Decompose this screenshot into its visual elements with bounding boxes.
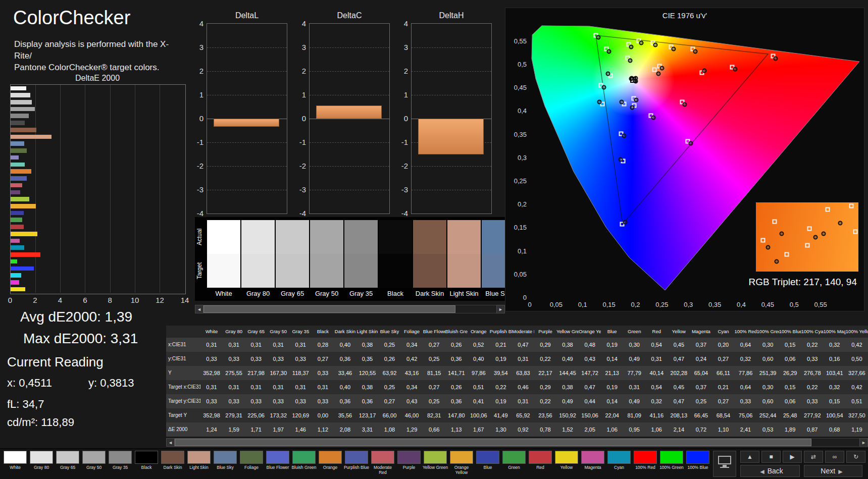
toolbar-patch-100-red[interactable]: 100% Red: [632, 449, 658, 478]
toolbar-patch-100-blue[interactable]: 100% Blue: [685, 449, 711, 478]
table-cell: 150,06: [579, 408, 601, 422]
cie-y-tick-label: 0,4: [509, 107, 527, 115]
refresh-button[interactable]: ↻: [846, 451, 865, 463]
play-button[interactable]: ▶: [783, 451, 802, 463]
cie-measured-marker: [688, 141, 693, 146]
table-cell: 0,16: [824, 352, 846, 366]
table-cell: 0,27: [379, 394, 401, 408]
axis-tick-label: 0: [396, 114, 408, 123]
next-button[interactable]: Next▶: [804, 465, 862, 477]
toolbar-patch-foliage[interactable]: Foliage: [238, 449, 265, 478]
current-fl-value: fL: 34,7: [7, 398, 44, 411]
toolbar-patch-magenta[interactable]: Magenta: [580, 449, 606, 478]
table-cell: 1,12: [312, 422, 334, 437]
table-cell: 0,48: [579, 338, 601, 352]
table-cell: 0,33: [267, 352, 289, 366]
toolbar-patch-blue[interactable]: Blue: [475, 449, 501, 478]
table-cell: 150,92: [556, 408, 579, 422]
patch-label: Orange: [317, 465, 343, 475]
toolbar-patch-gray-50[interactable]: Gray 50: [81, 449, 107, 478]
deltae-bar-100-yellow: [11, 287, 25, 292]
deltae-bar-red: [11, 225, 24, 229]
table-cell: 1,06: [601, 422, 623, 437]
loop-button[interactable]: ∞: [825, 451, 844, 463]
patch-label: Cyan: [606, 465, 632, 475]
toolbar-patch-gray-80[interactable]: Gray 80: [28, 449, 55, 478]
grid-line: [207, 47, 287, 48]
color-chip: [319, 451, 342, 464]
swatch-actual-light-skin: [447, 220, 481, 254]
table-cell: 1,46: [289, 422, 312, 437]
grid-line: [207, 142, 287, 143]
table-column-header: Moderate Red: [512, 326, 534, 338]
table-cell: 1,19: [846, 422, 868, 437]
patch-label: Yellow Green: [422, 465, 448, 475]
table-cell: 144,45: [556, 366, 579, 380]
back-button[interactable]: ◀Back: [740, 465, 800, 477]
toolbar-patch-yellow[interactable]: Yellow: [553, 449, 580, 478]
color-chip: [371, 451, 394, 464]
toolbar-patch-purple[interactable]: Purple: [396, 449, 422, 478]
toolbar-patch-yellow-green[interactable]: Yellow Green: [422, 449, 448, 478]
cie-x-tick-label: 0,25: [654, 301, 670, 308]
axis-tick-label: 14: [179, 296, 191, 304]
table-cell: 39,54: [490, 366, 512, 380]
table-cell: 0,19: [601, 380, 623, 394]
toolbar-patch-red[interactable]: Red: [527, 449, 553, 478]
table-scroll-left-button[interactable]: ◄: [166, 438, 175, 447]
toolbar-patch-bluish-green[interactable]: Bluish Green: [291, 449, 317, 478]
deltae-bar-gray-65: [11, 100, 32, 104]
deltae-bar-moderate-red: [11, 183, 22, 188]
patch-label: Moderate Red: [370, 465, 396, 475]
table-cell: 0,49: [556, 394, 579, 408]
toolbar-patch-orange[interactable]: Orange: [317, 449, 343, 478]
table-cell: 100,06: [468, 408, 490, 422]
table-cell: 0,31: [312, 380, 334, 394]
axis-tick-label: -4: [396, 209, 408, 218]
toolbar-patch-orange-yellow[interactable]: Orange Yellow: [448, 449, 475, 478]
toolbar-patch-blue-flower[interactable]: Blue Flower: [265, 449, 291, 478]
stop-button[interactable]: ■: [761, 451, 781, 463]
toolbar-patch-gray-35[interactable]: Gray 35: [107, 449, 133, 478]
table-cell: 0,22: [801, 338, 824, 352]
bottom-toolbar: ◀Back Next▶ WhiteGray 80Gray 65Gray 50Gr…: [0, 448, 868, 479]
table-column-header: Yellow: [668, 326, 690, 338]
toolbar-patch-white[interactable]: White: [2, 449, 28, 478]
table-cell: 0,33: [735, 394, 757, 408]
toolbar-patch-blue-sky[interactable]: Blue Sky: [212, 449, 238, 478]
panel-up-button[interactable]: ▲: [740, 451, 759, 463]
monitor-icon: [718, 456, 731, 464]
swatch-scrollbar-thumb[interactable]: [203, 305, 455, 313]
swatch-strip-scrollbar[interactable]: ◄ ►: [195, 305, 505, 313]
table-column-header: Magenta: [690, 326, 712, 338]
toolbar-patch-green[interactable]: Green: [501, 449, 527, 478]
toolbar-patch-dark-skin[interactable]: Dark Skin: [160, 449, 186, 478]
grid-line: [160, 85, 160, 293]
deltae-bar-black: [11, 121, 25, 125]
table-scrollbar-thumb[interactable]: [175, 439, 811, 446]
grid-line: [310, 71, 389, 72]
table-cell: 1,67: [468, 422, 490, 437]
toolbar-patch-light-skin[interactable]: Light Skin: [186, 449, 212, 478]
table-cell: 0,19: [490, 352, 512, 366]
toolbar-patch-cyan[interactable]: Cyan: [606, 449, 632, 478]
swap-button[interactable]: ⇄: [804, 451, 823, 463]
toolbar-patch-moderate-red[interactable]: Moderate Red: [370, 449, 396, 478]
table-column-header: Foliage: [401, 326, 423, 338]
cie-y-tick-label: 0,45: [509, 84, 527, 91]
toolbar-patch-gray-65[interactable]: Gray 65: [55, 449, 81, 478]
toolbar-patch-100-green[interactable]: 100% Green: [658, 449, 685, 478]
table-scroll-right-button[interactable]: ►: [859, 438, 868, 447]
toolbar-patch-purplish-blue[interactable]: Purplish Blue: [343, 449, 370, 478]
table-scrollbar[interactable]: ◄ ►: [166, 438, 868, 447]
table-scrollbar-track[interactable]: [175, 438, 859, 447]
scroll-left-button[interactable]: ◄: [195, 305, 203, 313]
scroll-right-button[interactable]: ►: [496, 305, 505, 313]
color-chip: [607, 451, 631, 464]
table-cell: 0,15: [779, 380, 801, 394]
swatch-scrollbar-track[interactable]: [203, 305, 496, 313]
toolbar-patch-black[interactable]: Black: [133, 449, 160, 478]
grid-line: [310, 142, 389, 143]
patch-label: Yellow: [553, 465, 580, 475]
display-mode-button[interactable]: [713, 451, 736, 477]
